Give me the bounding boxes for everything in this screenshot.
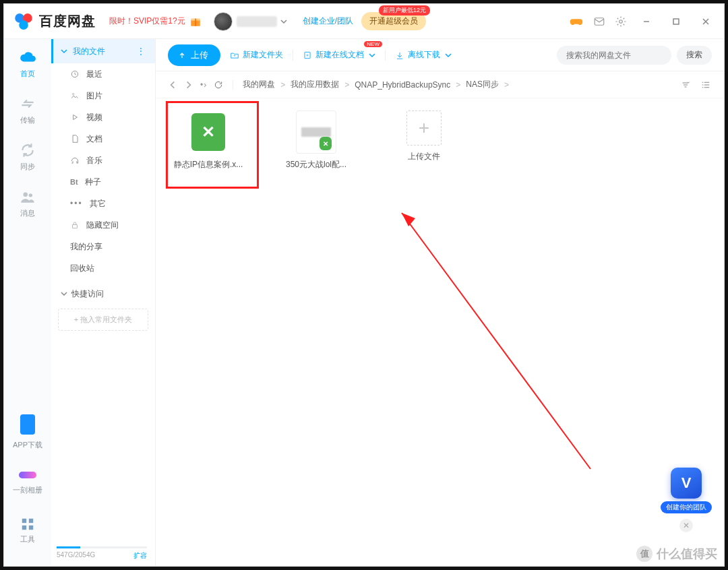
chevron-down-icon[interactable] xyxy=(280,18,288,26)
svg-point-9 xyxy=(24,193,28,197)
close-button[interactable] xyxy=(696,11,716,32)
rail-messages-label: 消息 xyxy=(20,208,35,218)
svg-rect-13 xyxy=(22,526,26,530)
grid-icon xyxy=(20,517,35,532)
storage-used-text: 547G/2054G xyxy=(57,551,95,561)
crumb-1[interactable]: 我的应用数据 xyxy=(291,79,339,90)
content-area: 上传 新建文件夹 新建在线文档 NEW 离线下载 xyxy=(156,39,724,566)
file-item-1[interactable]: 静态IP信息案例.x... xyxy=(168,110,249,170)
team-v-icon: V xyxy=(671,468,702,499)
chevron-down-icon xyxy=(61,48,67,55)
sort-icon[interactable] xyxy=(679,79,692,91)
sidebar-item-hidden[interactable]: 隐藏空间 xyxy=(51,214,155,236)
new-folder-button[interactable]: 新建文件夹 xyxy=(230,49,283,61)
svg-point-10 xyxy=(29,193,32,197)
search-input[interactable] xyxy=(557,46,671,65)
offline-download-button[interactable]: 离线下载 xyxy=(395,49,452,61)
sidebar-item-other[interactable]: •••其它 xyxy=(51,193,155,214)
nav-forward-icon[interactable] xyxy=(184,80,193,90)
sidebar-item-videos[interactable]: 视频 xyxy=(51,106,155,128)
rail-sync[interactable]: 同步 xyxy=(19,141,36,172)
user-avatar[interactable] xyxy=(214,12,233,31)
sidebar-item-myfiles[interactable]: 我的文件 ⋮ xyxy=(51,39,155,63)
username-redacted xyxy=(237,16,277,27)
sync-icon xyxy=(19,141,36,159)
sidebar: 我的文件 ⋮ 最近 图片 视频 文档 音乐 Bt种子 •••其它 隐藏空间 我的… xyxy=(51,39,156,566)
crumb-3[interactable]: NAS同步 xyxy=(466,79,499,90)
file-thumbnail xyxy=(296,110,336,154)
phone-icon xyxy=(20,414,35,435)
quickaccess-drop-zone[interactable]: + 拖入常用文件夹 xyxy=(58,309,148,331)
refresh-icon[interactable] xyxy=(214,80,223,90)
titlebar-right-icons xyxy=(569,11,716,32)
moments-icon xyxy=(19,472,36,478)
minimize-button[interactable] xyxy=(636,11,657,32)
gamepad-icon[interactable] xyxy=(569,14,584,29)
sidebar-videos-label: 视频 xyxy=(86,112,102,123)
dots-icon: ••• xyxy=(70,199,83,208)
create-team-float[interactable]: V 创建你的团队 ✕ xyxy=(661,468,712,532)
toolbar: 上传 新建文件夹 新建在线文档 NEW 离线下载 xyxy=(156,39,724,71)
rail-tools[interactable]: 工具 xyxy=(20,517,35,557)
sidebar-section-quickaccess[interactable]: 快捷访问 xyxy=(51,283,155,305)
gear-icon[interactable] xyxy=(615,15,627,28)
plus-icon: + xyxy=(419,119,429,137)
svg-point-2 xyxy=(19,20,28,30)
team-float-close-icon[interactable]: ✕ xyxy=(679,519,693,532)
sidebar-item-recycle[interactable]: 回收站 xyxy=(51,257,155,279)
rail-messages[interactable]: 消息 xyxy=(19,188,36,218)
rail-transfer[interactable]: 传输 xyxy=(19,95,36,125)
crumb-2[interactable]: QNAP_HybridBackupSync xyxy=(355,80,450,90)
maximize-button[interactable] xyxy=(666,11,686,32)
chevron-down-icon xyxy=(61,290,67,297)
open-svip-button[interactable]: 开通超级会员 新用户最低12元 xyxy=(361,12,426,30)
file-item-2[interactable]: 350元大战lol配... xyxy=(276,110,357,170)
lock-icon xyxy=(70,220,80,230)
sidebar-item-recent[interactable]: 最近 xyxy=(51,63,155,85)
upload-button[interactable]: 上传 xyxy=(168,44,220,66)
rail-moments[interactable]: 一刻相册 xyxy=(13,472,42,507)
sidebar-more-icon[interactable]: ⋮ xyxy=(137,46,146,56)
view-controls xyxy=(679,79,712,91)
rail-home-label: 首页 xyxy=(20,69,35,79)
nav-history-icon[interactable]: •› xyxy=(200,80,207,90)
play-icon xyxy=(70,113,80,122)
rail-app-download[interactable]: APP下载 xyxy=(13,414,42,462)
sidebar-item-documents[interactable]: 文档 xyxy=(51,128,155,150)
upload-label: 上传 xyxy=(191,49,208,61)
rail-home[interactable]: 首页 xyxy=(19,49,36,79)
crumb-0[interactable]: 我的网盘 xyxy=(243,79,275,90)
new-online-doc-button[interactable]: 新建在线文档 NEW xyxy=(303,49,375,61)
create-team-link[interactable]: 创建企业/团队 xyxy=(303,15,353,27)
mail-icon[interactable] xyxy=(593,15,605,28)
storage-expand-link[interactable]: 扩容 xyxy=(133,551,147,561)
upload-tile[interactable]: + 上传文件 xyxy=(384,110,464,170)
promo-text[interactable]: 限时！SVIP仅需1?元 xyxy=(109,15,185,27)
sidebar-item-music[interactable]: 音乐 xyxy=(51,150,155,171)
sidebar-item-seeds[interactable]: Bt种子 xyxy=(51,171,155,193)
storage-bar xyxy=(57,546,147,548)
svg-rect-12 xyxy=(29,519,33,523)
sidebar-item-myshare[interactable]: 我的分享 xyxy=(51,236,155,257)
sidebar-item-images[interactable]: 图片 xyxy=(51,85,155,106)
nav-back-icon[interactable] xyxy=(168,80,177,90)
clock-icon xyxy=(70,69,80,79)
svg-rect-6 xyxy=(595,18,604,25)
xls-file-icon xyxy=(191,113,225,151)
gift-icon[interactable] xyxy=(189,15,202,28)
new-badge: NEW xyxy=(364,41,382,47)
search-button[interactable]: 搜索 xyxy=(677,46,712,65)
list-view-icon[interactable] xyxy=(700,79,712,91)
sidebar-other-label: 其它 xyxy=(90,198,106,210)
body: 首页 传输 同步 消息 APP下载 一刻相册 xyxy=(4,39,724,566)
headphones-icon xyxy=(70,156,80,165)
sidebar-documents-label: 文档 xyxy=(86,133,102,145)
xls-file-icon xyxy=(320,137,332,150)
rail-moments-label: 一刻相册 xyxy=(13,485,42,495)
svg-line-19 xyxy=(402,213,590,469)
file-grid-area: 静态IP信息案例.x... 350元大战lol配... + 上传文件 xyxy=(156,98,724,566)
app-window: 百度网盘 限时！SVIP仅需1?元 创建企业/团队 开通超级会员 新用户最低12… xyxy=(3,3,725,567)
upload-icon xyxy=(177,51,187,60)
rail-sync-label: 同步 xyxy=(20,162,35,172)
new-online-doc-label: 新建在线文档 xyxy=(315,49,364,61)
